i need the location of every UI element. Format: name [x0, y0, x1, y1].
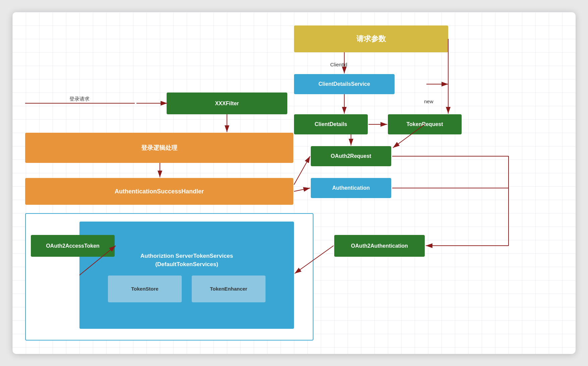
box-auth-success-handler: AuthenticationSuccessHandler — [25, 178, 293, 205]
svg-line-13 — [294, 188, 310, 191]
auth-token-services-label: Authoriztion ServerTokenServices (Defaul… — [134, 248, 240, 269]
diagram-canvas: 请求参数 ClientDetailsService XXXFilter Clie… — [12, 12, 576, 354]
box-token-enhancer: TokenEnhancer — [192, 276, 266, 302]
box-xxxfilter: XXXFilter — [167, 93, 287, 114]
box-oauth2authentication: OAuth2Authentication — [334, 235, 425, 257]
box-authentication: Authentication — [311, 178, 391, 198]
label-clientid: ClientId — [330, 62, 347, 67]
box-oauth2request: OAuth2Request — [311, 146, 391, 166]
label-denglu-qiuqiu: 登录请求 — [69, 96, 90, 102]
box-client-details: ClientDetails — [294, 114, 368, 134]
box-qiucan-params: 请求参数 — [294, 25, 448, 52]
svg-line-12 — [294, 156, 310, 185]
label-new: new — [424, 99, 433, 104]
box-oauth2accesstoken: OAuth2AccessToken — [31, 235, 115, 257]
box-token-request: TokenRequest — [388, 114, 462, 134]
box-denglu-logic: 登录逻辑处理 — [25, 133, 293, 163]
box-token-store: TokenStore — [108, 276, 182, 302]
box-client-details-service: ClientDetailsService — [294, 74, 395, 94]
